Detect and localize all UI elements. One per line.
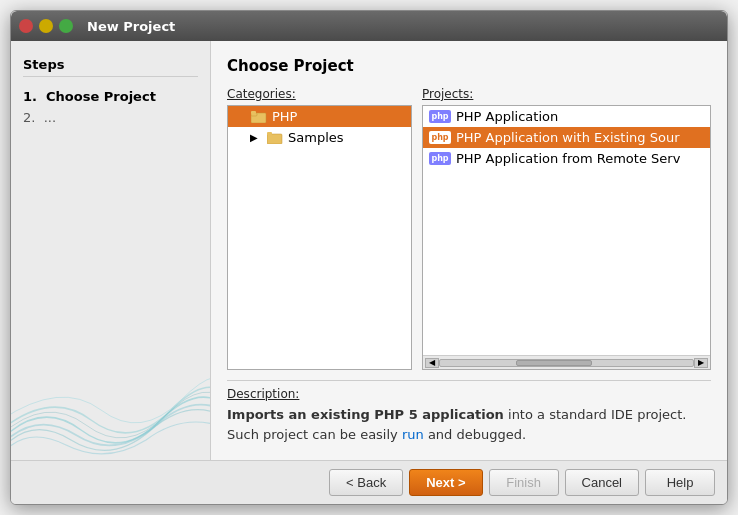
content-area: Steps 1. Choose Project 2. ... (11, 41, 727, 460)
description-line2-end: and debugged. (424, 427, 526, 442)
window-title: New Project (87, 19, 175, 34)
projects-scrollbar[interactable]: ◀ ▶ (423, 355, 710, 369)
description-label: Description: (227, 387, 711, 401)
steps-title: Steps (23, 57, 198, 77)
scroll-track (439, 359, 694, 367)
back-button[interactable]: < Back (329, 469, 403, 496)
step-1: 1. Choose Project (23, 89, 198, 104)
category-php[interactable]: PHP (228, 106, 411, 127)
description-text: Imports an existing PHP 5 application in… (227, 405, 711, 444)
main-panel: Choose Project Categories: (211, 41, 727, 460)
description-section: Description: Imports an existing PHP 5 a… (227, 380, 711, 444)
categories-listbox[interactable]: PHP ▶ Samples (227, 105, 412, 370)
categories-panel: Categories: PHP (227, 87, 412, 370)
project-php-existing[interactable]: php PHP Application with Existing Sour (423, 127, 710, 148)
finish-button[interactable]: Finish (489, 469, 559, 496)
scroll-left-arrow[interactable]: ◀ (425, 358, 439, 368)
close-button[interactable] (19, 19, 33, 33)
samples-folder-icon (267, 131, 283, 144)
category-php-label: PHP (272, 109, 297, 124)
project-php-remote-label: PHP Application from Remote Serv (456, 151, 680, 166)
description-bold: Imports an existing PHP 5 application (227, 407, 504, 422)
new-project-window: New Project Steps 1. Choose Project 2. .… (10, 10, 728, 505)
projects-label: Projects: (422, 87, 711, 101)
button-bar: < Back Next > Finish Cancel Help (11, 460, 727, 504)
steps-list: 1. Choose Project 2. ... (23, 89, 198, 125)
projects-items: php PHP Application php PHP Application … (423, 106, 710, 355)
step-1-label: Choose Project (46, 89, 156, 104)
project-php-app-label: PHP Application (456, 109, 558, 124)
php-badge-1: php (429, 110, 451, 123)
scroll-right-arrow[interactable]: ▶ (694, 358, 708, 368)
description-rest1: into a standard IDE project. (504, 407, 687, 422)
titlebar: New Project (11, 11, 727, 41)
next-button[interactable]: Next > (409, 469, 482, 496)
panels-container: Categories: PHP (227, 87, 711, 370)
project-php-app[interactable]: php PHP Application (423, 106, 710, 127)
category-samples[interactable]: ▶ Samples (228, 127, 411, 148)
maximize-button[interactable] (59, 19, 73, 33)
folder-icon (251, 110, 267, 123)
svg-rect-3 (267, 134, 282, 144)
php-badge-2: php (429, 131, 451, 144)
svg-rect-4 (267, 132, 272, 135)
step-1-number: 1. (23, 89, 42, 104)
description-line2-start: Such project can be easily (227, 427, 402, 442)
cancel-button[interactable]: Cancel (565, 469, 639, 496)
help-button[interactable]: Help (645, 469, 715, 496)
php-badge-3: php (429, 152, 451, 165)
svg-rect-2 (251, 111, 256, 114)
projects-panel: Projects: php PHP Application php PHP Ap… (422, 87, 711, 370)
project-php-existing-label: PHP Application with Existing Sour (456, 130, 679, 145)
main-title: Choose Project (227, 57, 711, 75)
categories-label: Categories: (227, 87, 412, 101)
decorative-waves (11, 340, 211, 460)
samples-expand-arrow: ▶ (250, 132, 262, 143)
category-samples-label: Samples (288, 130, 344, 145)
step-2-label: ... (44, 110, 56, 125)
scroll-thumb[interactable] (516, 360, 592, 366)
step-2-number: 2. (23, 110, 40, 125)
minimize-button[interactable] (39, 19, 53, 33)
project-php-remote[interactable]: php PHP Application from Remote Serv (423, 148, 710, 169)
step-2: 2. ... (23, 110, 198, 125)
sidebar: Steps 1. Choose Project 2. ... (11, 41, 211, 460)
projects-listbox[interactable]: php PHP Application php PHP Application … (422, 105, 711, 370)
description-link: run (402, 427, 424, 442)
